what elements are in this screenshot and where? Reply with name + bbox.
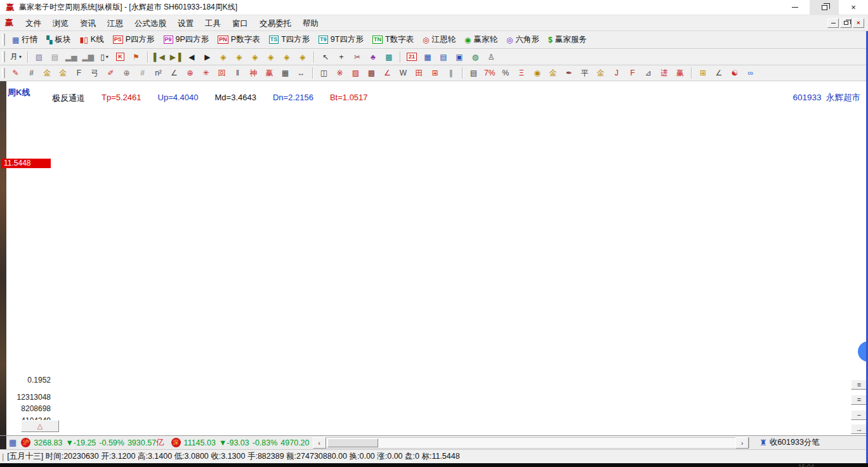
club-button[interactable]: ♣	[365, 50, 380, 63]
gold-grid2-button[interactable]: 金	[56, 67, 70, 80]
menu-7[interactable]: 工具	[199, 17, 227, 30]
kline-chart[interactable]	[0, 81, 868, 435]
pen-tool-button[interactable]: ✎	[8, 67, 23, 80]
toolbar-item-kline[interactable]: ▮▯K线	[76, 33, 109, 46]
toolbar-item-p-table[interactable]: PNP数字表	[213, 33, 264, 46]
red-grid-button[interactable]: 田	[412, 67, 426, 80]
toolbar-item-quotes[interactable]: ▦行情	[8, 33, 42, 46]
ruler-grid-button[interactable]: ▦	[278, 67, 293, 80]
shen-button[interactable]: 神	[246, 67, 261, 80]
scrollbar-track[interactable]	[326, 437, 735, 449]
volume-arrow-button[interactable]: →	[851, 424, 867, 434]
diamond-shrink-button[interactable]: ◈	[263, 50, 278, 63]
browser-button[interactable]: ◍	[468, 50, 482, 63]
mdi-minimize-button[interactable]	[827, 18, 839, 28]
volume-collapse-button[interactable]: △	[21, 420, 59, 432]
flag-button[interactable]: ⚑	[129, 50, 143, 63]
bars9-button[interactable]: ▂▆	[80, 50, 95, 63]
window-tool-button[interactable]: ◫	[317, 67, 331, 80]
toolbar-grip[interactable]	[2, 51, 5, 63]
star-button[interactable]: ✳	[199, 67, 213, 80]
diamond-up-button[interactable]: ◈	[279, 50, 294, 63]
close-button[interactable]: ×	[839, 0, 868, 15]
menu-9[interactable]: 交易委托	[254, 17, 297, 30]
percent7-button[interactable]: 7%	[482, 67, 497, 80]
bars3-button[interactable]: ▂▅	[63, 50, 79, 63]
spiral-button[interactable]: 弓	[88, 67, 102, 80]
first-bar-button[interactable]: ▌◀	[152, 50, 167, 63]
period-selector-button[interactable]: 月▾	[8, 50, 23, 63]
diamond-left-button[interactable]: ◈	[216, 50, 230, 63]
taiji-button[interactable]: ☯	[727, 67, 742, 80]
wave-button[interactable]: W	[396, 67, 411, 80]
cut-button[interactable]: ✂	[350, 50, 364, 63]
f-line-button[interactable]: F	[625, 67, 640, 80]
menu-2[interactable]: 浏览	[47, 17, 74, 30]
hatch-box-button[interactable]: ▨	[348, 67, 363, 80]
volume-scale-button-3lines[interactable]: ≡	[851, 379, 867, 390]
width-button[interactable]: ↔	[294, 67, 308, 80]
calculator-button[interactable]: ▦	[420, 50, 435, 63]
toolbar-item-p-square[interactable]: PSP四方形	[109, 33, 159, 46]
menu-1[interactable]: 文件	[20, 17, 47, 30]
menu-4[interactable]: 江恩	[102, 17, 129, 30]
grid-icon[interactable]: ▦	[9, 438, 16, 447]
angle-tool-button[interactable]: ∠	[167, 67, 181, 80]
menu-3[interactable]: 资讯	[74, 17, 102, 30]
j-line-button[interactable]: J	[609, 67, 624, 80]
flat-button[interactable]: 平	[577, 67, 592, 80]
energy-button[interactable]: ▤	[48, 50, 62, 63]
toolbar-grip[interactable]	[2, 68, 5, 79]
diamond-down-button[interactable]: ◈	[295, 50, 310, 63]
infinity-button[interactable]: ∞	[743, 67, 758, 80]
heavy-grid-button[interactable]: ⊞	[428, 67, 442, 80]
xi-button[interactable]: Ξ	[514, 67, 529, 80]
toolbar-item-sectors[interactable]: ▚板块	[42, 33, 75, 46]
gold-flat-button[interactable]: 金	[593, 67, 608, 80]
next-bar-button[interactable]: ▶	[200, 50, 214, 63]
brush-button[interactable]: ✐	[103, 67, 118, 80]
grid-lines-button[interactable]: #	[24, 67, 39, 80]
pause-lines-button[interactable]: ‖	[230, 67, 245, 80]
slash-lines-button[interactable]: ∥	[444, 67, 458, 80]
ink-button[interactable]: ✒	[562, 67, 576, 80]
prev-bar-button[interactable]: ◀	[184, 50, 199, 63]
menu-5[interactable]: 公式选股	[129, 17, 172, 30]
candle-style-button[interactable]: ▯▾	[97, 50, 112, 63]
volume-scale-button-1line[interactable]: −	[851, 410, 867, 420]
calendar-button[interactable]: 21	[404, 50, 419, 63]
mdi-restore-button[interactable]	[840, 18, 852, 28]
scroll-right-button[interactable]: ›	[735, 437, 749, 449]
n-square-button[interactable]: n²	[151, 67, 166, 80]
color-grid-button[interactable]: ⊞	[695, 67, 710, 80]
toolbar-item-hexagon[interactable]: ◎六角形	[502, 33, 544, 46]
menu-10[interactable]: 帮助	[297, 17, 324, 30]
menu-6[interactable]: 设置	[172, 17, 199, 30]
minimize-button[interactable]	[780, 0, 810, 15]
target-button[interactable]: ⊕	[183, 67, 197, 80]
pattern-window-button[interactable]: ▧	[32, 50, 46, 63]
volume-scale-button-2lines[interactable]: =	[851, 395, 867, 405]
scrollbar-thumb[interactable]	[327, 438, 378, 447]
fan-lines-button[interactable]: ※	[332, 67, 347, 80]
gold-circle-button[interactable]: ◉	[530, 67, 544, 80]
toolbar-item-t-square[interactable]: TST四方形	[265, 33, 315, 46]
wedge-button[interactable]: ⊿	[641, 67, 655, 80]
last-bar-button[interactable]: ▶▐	[168, 50, 183, 63]
toolbar-item-t-table[interactable]: TNT数字表	[368, 33, 418, 46]
trend-angle-button[interactable]: ∠	[380, 67, 395, 80]
gridbox-button[interactable]: ▩	[381, 50, 396, 63]
ying-button[interactable]: 赢	[262, 67, 277, 80]
gold-line-button[interactable]: 金	[546, 67, 560, 80]
user-button[interactable]: ♙	[483, 50, 498, 63]
box-back-button[interactable]: 回	[214, 67, 229, 80]
tick-data-area[interactable]: ♜ 收601933分笔	[749, 437, 868, 448]
notes-button[interactable]: ▤	[436, 50, 450, 63]
toolbar-item-gann-wheel[interactable]: ◎江恩轮	[418, 33, 460, 46]
toolbar-item-9t-square[interactable]: T99T四方形	[314, 33, 368, 46]
crosshair-button[interactable]: +	[334, 50, 348, 63]
toolbar-item-winner-service[interactable]: $赢家服务	[544, 33, 591, 46]
percent-button[interactable]: %	[498, 67, 513, 80]
toolbar-item-9p-square[interactable]: P99P四方形	[159, 33, 214, 46]
hand-tool-button[interactable]: ↖	[318, 50, 332, 63]
